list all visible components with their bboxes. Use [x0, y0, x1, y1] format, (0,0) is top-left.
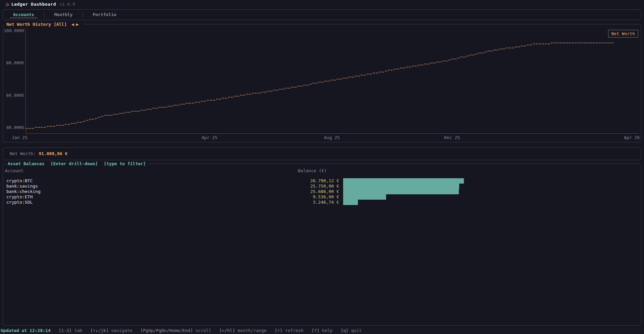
balance-bar — [343, 178, 464, 184]
x-axis-label: Apr 26 — [624, 135, 640, 140]
title-bar: ○Ledger Dashboardv1.0.0 — [0, 0, 644, 9]
table-row[interactable]: bank:savings25.750,00 € — [3, 184, 641, 189]
app-title: Ledger Dashboard — [11, 2, 56, 7]
balance-bar — [343, 184, 459, 189]
chart-plot — [26, 28, 627, 134]
shortcut-key: [↔/hl] — [219, 328, 235, 333]
table-row[interactable]: crypto:ETH9.536,00 € — [3, 194, 641, 200]
shortcut-label: quit — [348, 328, 362, 333]
app-version: v1.0.0 — [59, 2, 75, 7]
table-row[interactable]: crypto:BTC26.790,12 € — [3, 178, 641, 184]
shortcut: [PgUp/PgDn/Home/End] scroll — [140, 327, 211, 334]
column-header-balance: Balance (€) — [298, 168, 327, 174]
balance-value: 25.750,00 € — [302, 184, 339, 189]
x-axis-label: Apr 25 — [202, 135, 217, 140]
balance-value: 26.790,12 € — [302, 178, 339, 184]
shortcut-key: [1-3] — [59, 328, 72, 333]
shortcut-label: tab — [72, 328, 82, 333]
account-name: bank:checking — [6, 189, 302, 194]
shortcut-label: month/range — [235, 328, 267, 333]
chart-range-arrows: ◀▶ — [71, 22, 81, 27]
x-axis-label: Aug 25 — [324, 135, 340, 140]
updated-at: Updated at 12:20:14 — [1, 327, 51, 334]
account-name: crypto:BTC — [6, 178, 302, 184]
shortcut-label: navigate — [109, 328, 132, 333]
app-status-icon: ○ — [6, 2, 9, 7]
tab-separator: │ — [38, 12, 51, 17]
filter-hint: [type to filter] — [104, 161, 146, 166]
balance-value: 3.246,74 € — [302, 200, 339, 205]
y-axis-label: 40.000€ — [4, 125, 24, 130]
legend-label: Net Worth — [611, 31, 635, 36]
tab-separator: │ — [76, 12, 89, 17]
balances-title-row: Asset Balances[Enter drill-down][type to… — [6, 160, 148, 167]
shortcut-key: [PgUp/PgDn/Home/End] — [140, 328, 193, 333]
x-axis-label: Jan 25 — [12, 135, 28, 140]
balances-title: Asset Balances — [8, 161, 45, 166]
shortcut-key: [?] — [312, 328, 319, 333]
net-worth-value: 91.008,86 € — [39, 151, 67, 156]
y-axis-label: 80.000€ — [4, 60, 24, 66]
account-name: crypto:ETH — [6, 194, 302, 200]
tab-portfolio[interactable]: Portfolio — [89, 12, 119, 18]
x-axis-label: Dec 25 — [444, 135, 460, 140]
asset-balances-panel: Asset Balances[Enter drill-down][type to… — [3, 163, 641, 326]
balance-rows: crypto:BTC26.790,12 €bank:savings25.750,… — [3, 178, 641, 205]
table-row[interactable]: bank:checking25.686,00 € — [3, 189, 641, 194]
table-header: Account Balance (€) — [3, 168, 641, 174]
balance-bar — [343, 200, 358, 205]
table-row[interactable]: crypto:SOL3.246,74 € — [3, 200, 641, 205]
chart-title: Net Worth History [All] — [6, 22, 67, 27]
chart-next-button[interactable]: ▶ — [76, 22, 81, 27]
tab-bar: Accounts │ Monthly │ Portfolio — [3, 9, 641, 20]
drilldown-hint: [Enter drill-down] — [51, 161, 98, 166]
balance-bar — [343, 194, 386, 200]
chart-prev-button[interactable]: ◀ — [71, 22, 76, 27]
shortcut-key: [r] — [275, 328, 282, 333]
shortcut-key: [q] — [340, 328, 348, 333]
y-axis-label: 60.000€ — [4, 93, 24, 98]
tab-monthly[interactable]: Monthly — [51, 12, 76, 18]
balance-value: 9.536,00 € — [302, 194, 339, 200]
balance-value: 25.686,00 € — [302, 189, 339, 194]
tab-accounts[interactable]: Accounts — [10, 12, 38, 18]
shortcut: [↔/hl] month/range — [219, 327, 267, 334]
status-shortcuts: [1-3] tab[↑↓/jk] navigate[PgUp/PgDn/Home… — [59, 327, 370, 334]
shortcut: [?] help — [312, 327, 333, 334]
shortcut-label: scroll — [193, 328, 211, 333]
shortcut: [q] quit — [340, 327, 362, 334]
net-worth-label: Net Worth: — [10, 151, 36, 156]
net-worth-summary: Net Worth:91.008,86 € — [3, 147, 641, 160]
balance-bar — [343, 189, 459, 194]
shortcut: [↑↓/jk] navigate — [90, 327, 132, 334]
chart-legend: Net Worth — [608, 30, 638, 38]
shortcut-label: refresh — [282, 328, 304, 333]
shortcut: [r] refresh — [275, 327, 304, 334]
y-axis-label: 100.000€ — [4, 28, 24, 34]
column-header-account: Account — [5, 168, 298, 174]
shortcut-label: help — [319, 328, 332, 333]
account-name: bank:savings — [6, 184, 302, 189]
chart-title-row: Net Worth History [All]◀▶ — [4, 21, 83, 28]
account-name: crypto:SOL — [6, 200, 302, 205]
net-worth-chart-panel: Net Worth History [All]◀▶ 100.000€ 80.00… — [3, 24, 641, 142]
shortcut: [1-3] tab — [59, 327, 82, 334]
status-bar: Updated at 12:20:14 [1-3] tab[↑↓/jk] nav… — [0, 327, 644, 334]
shortcut-key: [↑↓/jk] — [90, 328, 109, 333]
